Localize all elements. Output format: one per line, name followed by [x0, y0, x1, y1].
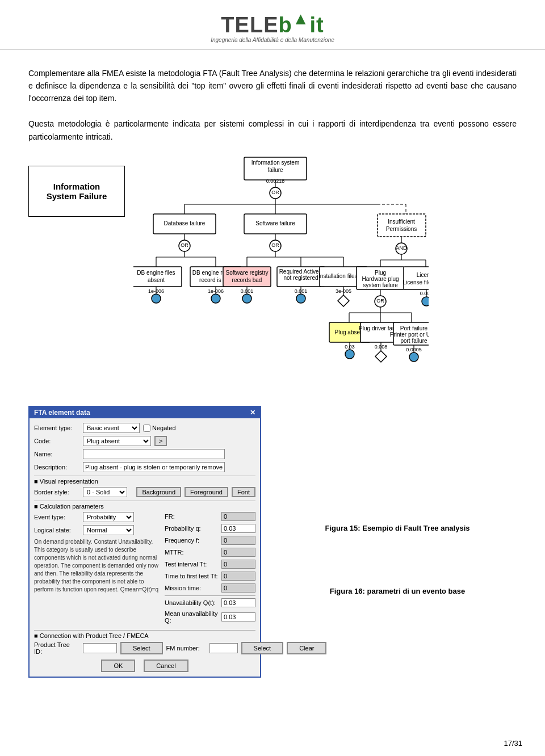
dialog-title: FTA element data ✕ — [30, 407, 260, 418]
element-type-select[interactable]: Basic event — [83, 423, 140, 433]
header: TELEb▲it Ingegneria della Affidabilità e… — [0, 0, 545, 50]
svg-text:Database failure: Database failure — [164, 220, 206, 226]
svg-point-106 — [409, 352, 418, 362]
mean-unavail-input[interactable] — [221, 612, 255, 621]
svg-text:OR: OR — [181, 242, 188, 248]
svg-text:License: License — [417, 272, 429, 278]
svg-text:failure: failure — [267, 167, 283, 173]
border-style-select[interactable]: 0 - Solid — [83, 487, 127, 497]
logo-tele: TELE — [221, 13, 278, 37]
svg-text:Required ActiveX: Required ActiveX — [279, 268, 323, 275]
mission-time-row: Mission time: — [165, 583, 255, 593]
time-first-test-input[interactable] — [221, 572, 255, 581]
svg-text:Permissions: Permissions — [386, 226, 417, 232]
background-button[interactable]: Background — [136, 487, 181, 497]
unavail-q-row: Unavailability Q(t): — [165, 598, 255, 607]
logical-state-select[interactable]: Normal — [83, 525, 134, 535]
mttr-input[interactable] — [221, 548, 255, 557]
left-label-box: Information System Failure — [28, 166, 125, 217]
product-tree-select-button[interactable]: Select — [120, 642, 163, 654]
fm-number-input[interactable] — [209, 643, 238, 653]
visual-row: Border style: 0 - Solid Background Foreg… — [34, 487, 255, 497]
freq-f-row: Frequency f: — [165, 536, 255, 545]
dialog-buttons: OK Cancel — [34, 660, 255, 672]
calc-description: On demand probability. Constant Unavaila… — [34, 538, 159, 594]
product-tree-input[interactable] — [83, 643, 117, 653]
mission-time-input[interactable] — [221, 583, 255, 593]
dialog-body: Element type: Basic event Negated Code: … — [30, 418, 260, 677]
fr-row: FR: — [165, 512, 255, 521]
svg-text:DB engine files: DB engine files — [137, 270, 175, 276]
svg-text:port failure: port failure — [400, 338, 427, 344]
product-tree-row: Product Tree ID: Select FM number: Selec… — [34, 641, 255, 655]
font-button[interactable]: Font — [232, 487, 255, 497]
svg-text:not registered: not registered — [283, 275, 318, 281]
bottom-area: FTA element data ✕ Element type: Basic e… — [28, 406, 517, 678]
svg-text:Insufficient: Insufficient — [388, 219, 415, 225]
clear-button[interactable]: Clear — [287, 642, 326, 654]
negated-checkbox-label[interactable]: Negated — [143, 425, 176, 432]
caption2: Figura 16: parametri di un evento base — [278, 587, 517, 595]
code-select[interactable]: Plug absent — [83, 436, 151, 446]
svg-text:OR: OR — [271, 242, 279, 248]
logo-dot: ▲ — [292, 9, 310, 28]
negated-checkbox[interactable] — [143, 425, 150, 432]
test-interval-input[interactable] — [221, 560, 255, 569]
ok-button[interactable]: OK — [101, 660, 135, 672]
mttr-row: MTTR: — [165, 548, 255, 557]
element-type-row: Element type: Basic event Negated — [34, 423, 255, 433]
svg-text:absent: absent — [148, 277, 165, 283]
page-number: 17/31 — [504, 739, 522, 747]
svg-point-26 — [152, 294, 161, 303]
main-content: Complementare alla FMEA esiste la metodo… — [0, 50, 545, 689]
unavail-q-input[interactable] — [221, 598, 255, 607]
svg-text:Port failure: Port failure — [400, 325, 428, 331]
dialog-close-button[interactable]: ✕ — [250, 409, 255, 417]
prob-q-input[interactable] — [221, 524, 255, 533]
right-side: Figura 15: Esempio di Fault Tree analysi… — [278, 406, 517, 600]
fta-tree: Information system failure 0.00218 OR Da… — [133, 154, 517, 400]
svg-text:Software failure: Software failure — [255, 220, 295, 226]
fm-number-select-button[interactable]: Select — [241, 642, 284, 654]
visual-section-title: ■ Visual representation — [34, 476, 255, 485]
svg-point-49 — [242, 294, 251, 303]
name-input[interactable] — [83, 449, 225, 459]
svg-text:Plug: Plug — [375, 270, 386, 276]
cancel-button[interactable]: Cancel — [144, 660, 188, 672]
freq-f-input[interactable] — [221, 536, 255, 545]
svg-text:License file absent: License file absent — [403, 279, 429, 285]
code-arrow-button[interactable]: > — [154, 436, 167, 446]
test-interval-row: Test interval Tt: — [165, 560, 255, 569]
fr-input[interactable] — [221, 512, 255, 521]
event-type-select[interactable]: Probability — [83, 512, 134, 522]
name-row: Name: — [34, 449, 255, 459]
foreground-button[interactable]: Foreground — [185, 487, 228, 497]
svg-text:AND: AND — [396, 245, 407, 251]
prob-q-row: Probability q: — [165, 524, 255, 533]
svg-text:Information system: Information system — [251, 159, 299, 166]
event-type-row: Event type: Probability — [34, 512, 159, 522]
logo-it: it — [309, 13, 324, 37]
caption1: Figura 15: Esempio di Fault Tree analysi… — [278, 524, 517, 532]
svg-text:OR: OR — [376, 298, 384, 304]
time-first-test-row: Time to first test Tf: — [165, 572, 255, 581]
svg-marker-99 — [375, 351, 387, 362]
connection-section-title: ■ Connection with Product Tree / FMECA — [34, 630, 255, 639]
svg-point-84 — [422, 297, 429, 306]
logo-subtitle: Ingegneria della Affidabilità e della Ma… — [211, 37, 334, 43]
svg-text:system failure: system failure — [363, 282, 398, 288]
svg-text:Hardware plug: Hardware plug — [362, 276, 399, 282]
fta-dialog[interactable]: FTA element data ✕ Element type: Basic e… — [28, 406, 261, 678]
logo-bit: b — [278, 13, 292, 37]
svg-point-94 — [345, 350, 354, 359]
mean-unavail-row: Mean unavailability Q: — [165, 610, 255, 624]
svg-text:OR: OR — [271, 190, 279, 195]
description-input[interactable] — [83, 462, 225, 472]
svg-rect-79 — [404, 267, 429, 289]
description-row: Description: — [34, 462, 255, 472]
svg-point-55 — [296, 294, 305, 303]
svg-text:Printer port or USB: Printer port or USB — [390, 331, 429, 338]
logical-state-row: Logical state: Normal — [34, 525, 159, 535]
intro-paragraph1: Complementare alla FMEA esiste la metodo… — [28, 67, 517, 143]
svg-point-32 — [211, 294, 220, 303]
